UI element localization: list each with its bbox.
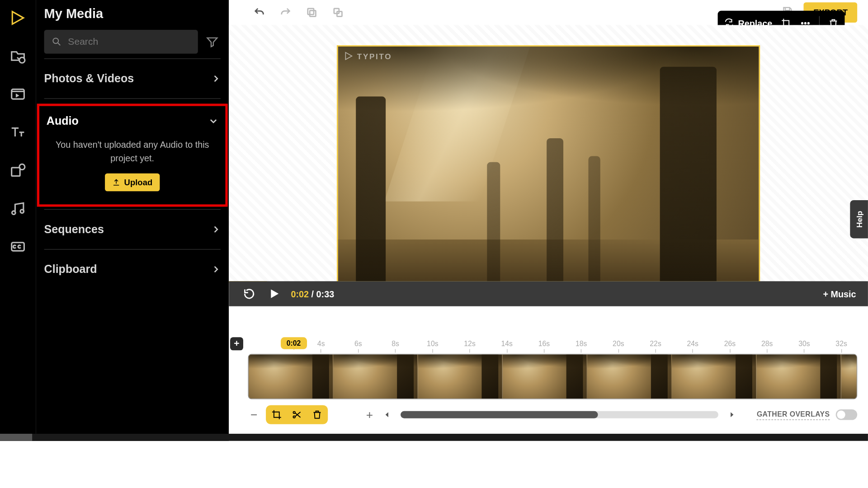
svg-point-12	[801, 23, 802, 24]
section-sequences[interactable]: Sequences	[44, 215, 221, 244]
import-icon[interactable]	[8, 47, 27, 66]
video-preview[interactable]: TYPITO	[337, 45, 760, 282]
scroll-right-button[interactable]	[727, 409, 738, 420]
delete-tool[interactable]	[311, 409, 323, 421]
ruler-tick: 18s	[576, 340, 587, 353]
svg-point-4	[12, 211, 15, 215]
ruler-tick: 6s	[354, 340, 362, 353]
window-scrollbar[interactable]	[0, 434, 868, 441]
templates-icon[interactable]	[8, 84, 27, 103]
scroll-left-button[interactable]	[382, 409, 392, 420]
timeline-ruler[interactable]: 0:02 4s6s8s10s12s14s16s18s20s22s24s26s28…	[248, 340, 858, 353]
ruler-tick: 12s	[464, 340, 476, 353]
nav-rail	[0, 0, 36, 441]
svg-rect-8	[308, 9, 314, 14]
copy-style-button[interactable]	[329, 4, 347, 22]
section-audio[interactable]: Audio	[44, 106, 221, 136]
undo-button[interactable]	[250, 4, 269, 22]
restart-button[interactable]	[241, 286, 258, 302]
search-input-wrap[interactable]	[44, 30, 198, 54]
gather-overlays-button[interactable]: GATHER OVERLAYS	[757, 410, 830, 420]
player-controls: 0:02 / 0:33 + Music	[229, 281, 868, 306]
svg-point-5	[20, 210, 24, 213]
time-display: 0:02 / 0:33	[291, 289, 334, 299]
gather-overlays-toggle[interactable]	[836, 409, 857, 420]
timeline: + 0:02 4s6s8s10s12s14s16s18s20s22s24s26s…	[229, 333, 868, 441]
ruler-tick: 4s	[317, 340, 325, 353]
text-icon[interactable]	[8, 123, 27, 142]
crop-tool[interactable]	[271, 409, 283, 421]
ruler-tick: 24s	[687, 340, 699, 353]
svg-point-13	[804, 23, 806, 24]
audio-empty-message: You haven't uploaded any Audio to this p…	[44, 136, 221, 174]
add-track-button[interactable]: +	[230, 337, 243, 350]
ruler-tick: 8s	[392, 340, 399, 353]
logo-icon[interactable]	[8, 8, 27, 27]
ruler-tick: 14s	[501, 340, 513, 353]
add-music-button[interactable]: + Music	[823, 289, 856, 299]
video-track[interactable]	[248, 354, 858, 399]
preview-area: TYPITO	[229, 25, 868, 306]
ruler-tick: 10s	[427, 340, 439, 353]
upload-button[interactable]: Upload	[105, 174, 160, 192]
split-tool[interactable]	[291, 409, 302, 421]
upload-icon	[112, 178, 120, 186]
ruler-tick: 26s	[724, 340, 736, 353]
svg-rect-9	[310, 10, 316, 16]
ruler-tick: 32s	[835, 340, 847, 353]
svg-rect-2	[12, 168, 20, 176]
editor-main: EXPORT Replace TYPITO	[229, 0, 868, 441]
ruler-tick: 22s	[650, 340, 661, 353]
filter-button[interactable]	[204, 33, 221, 50]
captions-icon[interactable]	[8, 237, 27, 256]
section-clipboard[interactable]: Clipboard	[44, 254, 221, 284]
zoom-in-button[interactable]: +	[363, 408, 375, 422]
search-icon	[51, 36, 62, 47]
timeline-tools: − + GATHER OVERLAYS	[248, 405, 858, 424]
chevron-right-icon	[211, 74, 221, 84]
watermark: TYPITO	[344, 51, 392, 61]
help-tab[interactable]: Help	[850, 200, 868, 238]
ruler-tick: 20s	[613, 340, 624, 353]
svg-point-3	[19, 164, 25, 169]
svg-point-15	[293, 412, 295, 413]
redo-button[interactable]	[277, 4, 295, 22]
chevron-right-icon	[211, 264, 221, 274]
ruler-tick: 16s	[538, 340, 550, 353]
panel-title: My Media	[44, 6, 221, 21]
chevron-down-icon	[209, 116, 218, 126]
ruler-tick: 28s	[761, 340, 773, 353]
search-input[interactable]	[68, 36, 191, 47]
section-photos-videos[interactable]: Photos & Videos	[44, 64, 221, 94]
play-button[interactable]	[266, 286, 283, 302]
playhead-label: 0:02	[281, 337, 307, 349]
svg-point-7	[53, 38, 58, 43]
timeline-scrollbar[interactable]	[401, 411, 718, 418]
zoom-out-button[interactable]: −	[248, 409, 260, 421]
chevron-right-icon	[211, 225, 221, 234]
highlight-annotation: Audio You haven't uploaded any Audio to …	[37, 103, 228, 206]
ruler-tick: 30s	[798, 340, 810, 353]
elements-icon[interactable]	[8, 161, 27, 180]
svg-point-14	[807, 23, 809, 24]
duplicate-button[interactable]	[303, 4, 321, 22]
media-panel: My Media Photos & Videos Audio You haven…	[36, 0, 229, 441]
music-icon[interactable]	[8, 199, 27, 218]
svg-point-16	[293, 416, 295, 418]
